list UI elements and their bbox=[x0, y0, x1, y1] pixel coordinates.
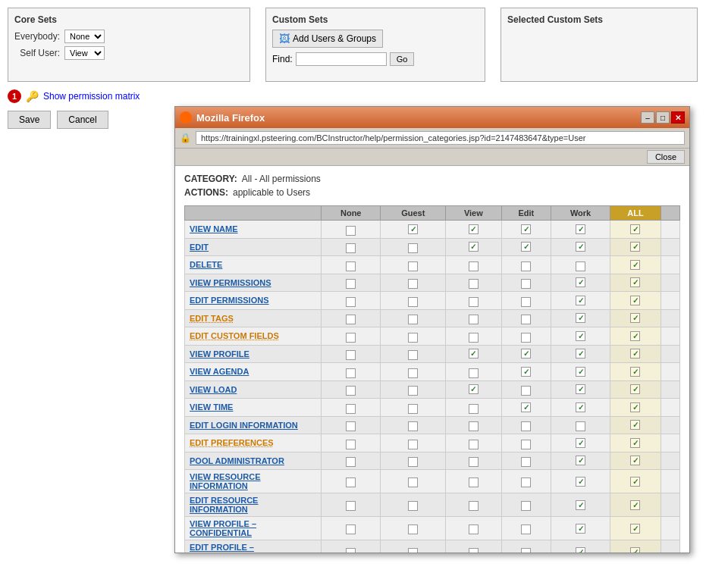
url-bar[interactable]: https://trainingxl.psteering.com/BCInstr… bbox=[196, 131, 685, 145]
permission-checkbox[interactable] bbox=[521, 279, 531, 289]
permission-name-link[interactable]: EDIT CUSTOM FIELDS bbox=[190, 331, 279, 340]
permission-checkbox[interactable] bbox=[346, 297, 356, 307]
all-checkbox[interactable] bbox=[630, 313, 640, 323]
permission-checkbox[interactable] bbox=[408, 243, 418, 253]
permission-name-link[interactable]: EDIT LOGIN INFORMATION bbox=[190, 421, 298, 430]
permission-checkbox[interactable] bbox=[346, 368, 356, 378]
permission-checkbox[interactable] bbox=[576, 547, 585, 553]
permission-name-link[interactable]: VIEW PROFILE bbox=[190, 349, 249, 359]
show-matrix-link[interactable]: Show permission matrix bbox=[43, 91, 140, 102]
permission-checkbox[interactable] bbox=[346, 350, 356, 360]
close-content-button[interactable]: Close bbox=[647, 150, 685, 164]
all-checkbox[interactable] bbox=[630, 524, 640, 534]
permission-checkbox[interactable] bbox=[408, 548, 418, 553]
permission-checkbox[interactable] bbox=[346, 243, 356, 253]
permission-name-link[interactable]: VIEW RESOURCE INFORMATION bbox=[190, 472, 261, 490]
all-checkbox[interactable] bbox=[630, 260, 640, 270]
permission-checkbox[interactable] bbox=[346, 501, 356, 511]
cancel-button[interactable]: Cancel bbox=[57, 111, 108, 129]
permission-checkbox[interactable] bbox=[469, 457, 479, 467]
permission-name-link[interactable]: POOL ADMINISTRATOR bbox=[190, 456, 284, 465]
permission-name-link[interactable]: VIEW PROFILE – CONFIDENTIAL bbox=[190, 519, 256, 537]
permission-checkbox[interactable] bbox=[576, 402, 585, 412]
everybody-select[interactable]: None View Edit Work ALL bbox=[64, 30, 105, 43]
permission-checkbox[interactable] bbox=[469, 315, 479, 324]
permission-checkbox[interactable] bbox=[469, 333, 479, 343]
permission-checkbox[interactable] bbox=[346, 404, 356, 414]
permission-checkbox[interactable] bbox=[408, 368, 418, 378]
permission-checkbox[interactable] bbox=[576, 349, 585, 359]
permission-checkbox[interactable] bbox=[576, 367, 585, 377]
permission-checkbox[interactable] bbox=[576, 421, 585, 431]
permission-checkbox[interactable] bbox=[408, 261, 418, 271]
all-checkbox[interactable] bbox=[630, 224, 640, 234]
permission-checkbox[interactable] bbox=[521, 421, 531, 431]
permission-checkbox[interactable] bbox=[408, 224, 418, 234]
all-checkbox[interactable] bbox=[630, 420, 640, 430]
permission-checkbox[interactable] bbox=[408, 297, 418, 307]
permission-checkbox[interactable] bbox=[408, 333, 418, 343]
restore-button[interactable]: □ bbox=[656, 111, 670, 124]
permission-checkbox[interactable] bbox=[576, 456, 585, 465]
permission-checkbox[interactable] bbox=[469, 242, 479, 252]
permission-checkbox[interactable] bbox=[469, 501, 479, 511]
permission-checkbox[interactable] bbox=[521, 457, 531, 467]
permission-checkbox[interactable] bbox=[576, 277, 585, 287]
permission-checkbox[interactable] bbox=[408, 421, 418, 431]
permission-checkbox[interactable] bbox=[469, 524, 479, 534]
permission-name-link[interactable]: VIEW AGENDA bbox=[190, 367, 249, 376]
permission-checkbox[interactable] bbox=[576, 313, 585, 323]
all-checkbox[interactable] bbox=[630, 296, 640, 305]
permission-checkbox[interactable] bbox=[408, 457, 418, 467]
permission-checkbox[interactable] bbox=[521, 297, 531, 307]
self-user-select[interactable]: None View Edit Work ALL bbox=[64, 46, 105, 60]
permission-checkbox[interactable] bbox=[469, 349, 479, 359]
permission-name-link[interactable]: VIEW TIME bbox=[190, 402, 233, 412]
permission-checkbox[interactable] bbox=[521, 440, 531, 449]
permission-checkbox[interactable] bbox=[469, 548, 479, 553]
permission-checkbox[interactable] bbox=[346, 548, 356, 553]
permission-checkbox[interactable] bbox=[521, 315, 531, 324]
all-checkbox[interactable] bbox=[630, 384, 640, 394]
permission-name-link[interactable]: VIEW PERMISSIONS bbox=[190, 278, 271, 287]
permission-checkbox[interactable] bbox=[576, 500, 585, 510]
permission-name-link[interactable]: EDIT PROFILE – CONFIDENTIAL bbox=[190, 543, 254, 553]
permission-checkbox[interactable] bbox=[521, 242, 531, 252]
all-checkbox[interactable] bbox=[630, 500, 640, 510]
permission-checkbox[interactable] bbox=[521, 349, 531, 359]
permission-checkbox[interactable] bbox=[521, 478, 531, 487]
permission-checkbox[interactable] bbox=[576, 384, 585, 394]
permission-name-link[interactable]: EDIT TAGS bbox=[190, 314, 234, 323]
permission-checkbox[interactable] bbox=[576, 261, 585, 271]
permission-checkbox[interactable] bbox=[346, 261, 356, 271]
find-input[interactable] bbox=[296, 52, 387, 66]
permission-checkbox[interactable] bbox=[521, 402, 531, 412]
permission-checkbox[interactable] bbox=[408, 350, 418, 360]
go-button[interactable]: Go bbox=[390, 52, 415, 66]
permission-name-link[interactable]: EDIT PERMISSIONS bbox=[190, 296, 269, 305]
permission-checkbox[interactable] bbox=[408, 404, 418, 414]
permission-name-link[interactable]: VIEW NAME bbox=[190, 224, 238, 233]
permission-checkbox[interactable] bbox=[408, 386, 418, 396]
permission-checkbox[interactable] bbox=[469, 297, 479, 307]
permission-checkbox[interactable] bbox=[576, 438, 585, 448]
permission-checkbox[interactable] bbox=[576, 242, 585, 252]
permission-checkbox[interactable] bbox=[408, 315, 418, 324]
permission-checkbox[interactable] bbox=[576, 331, 585, 341]
all-checkbox[interactable] bbox=[630, 277, 640, 287]
permission-checkbox[interactable] bbox=[346, 421, 356, 431]
permission-checkbox[interactable] bbox=[469, 440, 479, 449]
permission-checkbox[interactable] bbox=[469, 368, 479, 378]
permission-checkbox[interactable] bbox=[469, 478, 479, 487]
permission-checkbox[interactable] bbox=[469, 279, 479, 289]
permission-checkbox[interactable] bbox=[346, 315, 356, 324]
permission-checkbox[interactable] bbox=[408, 501, 418, 511]
all-checkbox[interactable] bbox=[630, 547, 640, 553]
all-checkbox[interactable] bbox=[630, 367, 640, 377]
permission-checkbox[interactable] bbox=[521, 548, 531, 553]
all-checkbox[interactable] bbox=[630, 402, 640, 412]
minimize-button[interactable]: – bbox=[641, 111, 654, 124]
permission-name-link[interactable]: EDIT PREFERENCES bbox=[190, 438, 274, 447]
permission-name-link[interactable]: DELETE bbox=[190, 260, 222, 269]
permission-checkbox[interactable] bbox=[521, 501, 531, 511]
